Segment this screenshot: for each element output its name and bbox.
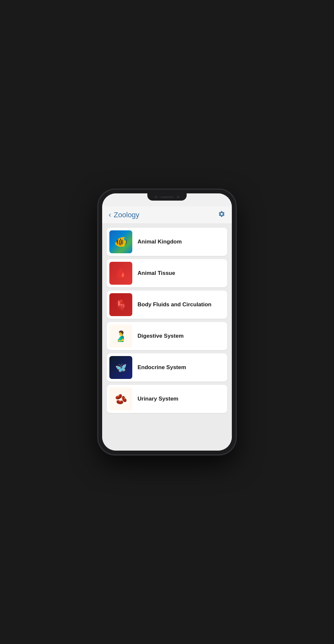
endocrine-label: Endocrine System xyxy=(138,364,186,371)
header-left: ‹ Zoology xyxy=(109,211,139,219)
body-fluids-label: Body Fluids and Circulation xyxy=(138,301,212,308)
phone-screen: ‹ Zoology Animal Kingdom Animal Tissue xyxy=(102,193,232,451)
body-fluids-icon xyxy=(109,293,132,316)
animal-kingdom-label: Animal Kingdom xyxy=(138,239,182,245)
animal-tissue-label: Animal Tissue xyxy=(138,270,175,277)
sensor-dot xyxy=(177,196,179,198)
list-item[interactable]: Digestive System xyxy=(107,322,227,350)
speaker xyxy=(160,196,174,198)
list-item[interactable]: Body Fluids and Circulation xyxy=(107,291,227,319)
digestive-icon xyxy=(109,325,132,348)
urinary-icon xyxy=(109,387,132,410)
status-bar xyxy=(102,193,232,206)
notch xyxy=(147,193,187,201)
content-area: Animal Kingdom Animal Tissue Body Fluids… xyxy=(102,224,232,444)
list-item[interactable]: Animal Kingdom xyxy=(107,228,227,256)
phone-frame: ‹ Zoology Animal Kingdom Animal Tissue xyxy=(98,189,236,455)
page-title: Zoology xyxy=(114,211,139,219)
digestive-label: Digestive System xyxy=(138,333,184,339)
settings-button[interactable] xyxy=(218,210,225,220)
animal-tissue-icon xyxy=(109,262,132,285)
urinary-label: Urinary System xyxy=(138,396,178,402)
list-item[interactable]: Urinary System xyxy=(107,385,227,413)
list-item[interactable]: Animal Tissue xyxy=(107,259,227,287)
animal-kingdom-icon xyxy=(109,230,132,253)
app-header: ‹ Zoology xyxy=(102,206,232,224)
gear-icon xyxy=(218,210,225,218)
bottom-spacer xyxy=(102,444,232,451)
back-button[interactable]: ‹ xyxy=(109,211,111,219)
camera-dot xyxy=(155,196,157,198)
list-item[interactable]: Endocrine System xyxy=(107,353,227,382)
endocrine-icon xyxy=(109,356,132,379)
